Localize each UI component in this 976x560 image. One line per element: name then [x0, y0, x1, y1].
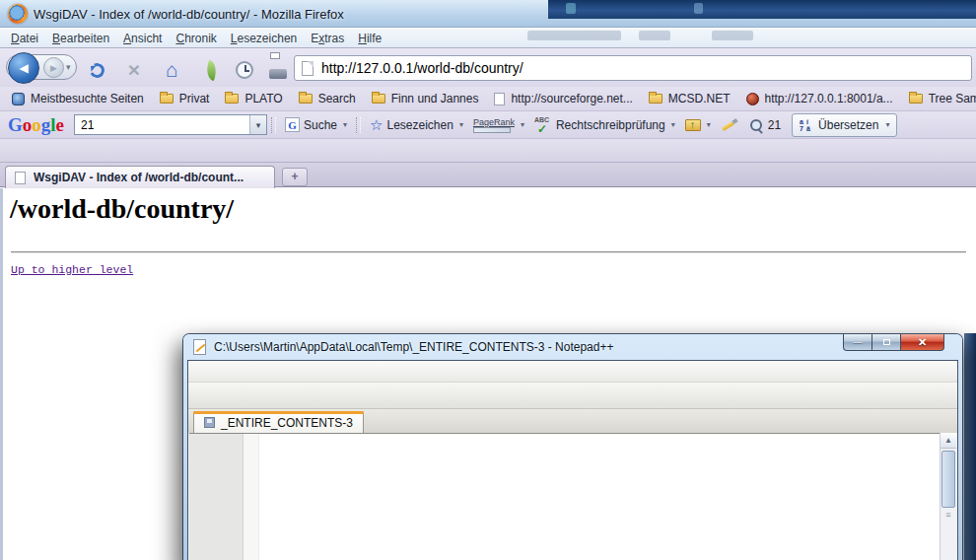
- google-lesezeichen-button[interactable]: ☆ Lesezeichen ▾: [365, 114, 468, 136]
- url-text: http://127.0.0.1/world-db/country/: [321, 60, 523, 76]
- bookmark-item[interactable]: Search: [292, 89, 363, 108]
- send-to-button[interactable]: ▾: [680, 114, 716, 136]
- magnifier-icon: [748, 117, 764, 133]
- translate-button[interactable]: aí7ä Übersetzen ▾: [792, 113, 897, 137]
- firefox-tabbar: WsgiDAV - Index of /world-db/count... +: [0, 162, 976, 187]
- bookmark-item[interactable]: Meistbesuchte Seiten: [5, 89, 151, 108]
- bookmark-item[interactable]: Privat: [153, 89, 217, 108]
- close-button[interactable]: ✕: [901, 334, 944, 351]
- dropdown-caret-icon: ▾: [671, 120, 675, 129]
- bookmark-label: http://127.0.0.1:8001/a...: [765, 92, 893, 105]
- background-window-ghost: [712, 31, 753, 40]
- background-window-fragment: [964, 333, 976, 560]
- dropdown-caret-icon: ▾: [521, 120, 524, 129]
- bookmark-item[interactable]: PLATO: [218, 89, 289, 108]
- bookmark-label: Search: [318, 92, 356, 105]
- background-window-ghost: [639, 31, 670, 40]
- bookmark-label: http://sourceforge.net...: [511, 92, 632, 105]
- notepad-app-icon: [193, 339, 206, 355]
- url-bar[interactable]: http://127.0.0.1/world-db/country/: [294, 55, 972, 81]
- notepad-menubar: [188, 361, 957, 383]
- tab-title: WsgiDAV - Index of /world-db/count...: [34, 171, 244, 184]
- back-button[interactable]: ◀: [8, 52, 39, 84]
- folder-icon: [299, 94, 313, 104]
- stop-button[interactable]: ×: [122, 58, 146, 82]
- menubar-item-extras[interactable]: Extras: [304, 32, 351, 45]
- browser-tab[interactable]: WsgiDAV - Index of /world-db/count...: [5, 166, 275, 188]
- notepad-client-area: _ENTIRE_CONTENTS-3 ▲ ≡: [187, 360, 958, 560]
- vertical-scrollbar[interactable]: ▲ ≡: [940, 433, 956, 560]
- background-window-ghost: [566, 3, 576, 14]
- google-toolbar: Google 21 ▾ G Suche ▾ ☆ Lesezeichen ▾ Pa…: [0, 110, 976, 138]
- menubar-item-datei[interactable]: Datei: [4, 32, 45, 45]
- bookmark-label: MCSD.NET: [668, 92, 731, 105]
- minimize-button[interactable]: —: [843, 334, 872, 351]
- pagerank-bar: [473, 127, 511, 133]
- print-button[interactable]: [266, 58, 290, 82]
- highlight-button[interactable]: [716, 114, 743, 136]
- scroll-up-icon[interactable]: ▲: [941, 433, 956, 449]
- find-count-badge: 21: [768, 118, 781, 132]
- menubar-item-chronik[interactable]: Chronik: [169, 32, 223, 45]
- reload-button[interactable]: [85, 58, 108, 82]
- tab-page-icon: [15, 172, 26, 184]
- bookmark-item[interactable]: Tree Samples: [902, 89, 976, 108]
- globe-red-icon: [746, 93, 759, 105]
- menubar-item-bearbeiten[interactable]: Bearbeiten: [45, 32, 116, 45]
- star-icon: ☆: [370, 116, 383, 134]
- translate-icon: aí7ä: [800, 118, 813, 132]
- bookmark-item[interactable]: MCSD.NET: [642, 89, 737, 108]
- folder-icon: [649, 94, 662, 104]
- spellcheck-icon: ABC✓: [534, 117, 552, 133]
- background-window-ghost: [527, 31, 621, 40]
- folder-icon: [160, 94, 174, 104]
- editor-area[interactable]: [189, 433, 940, 560]
- bookmark-item[interactable]: http://127.0.0.1:8001/a...: [739, 89, 900, 108]
- saved-file-icon: [204, 417, 215, 428]
- firefox-menubar: DateiBearbeitenAnsichtChronikLesezeichen…: [0, 29, 976, 47]
- google-logo: Google: [8, 114, 64, 136]
- forward-button[interactable]: ▶: [43, 57, 64, 78]
- sage-feed-icon[interactable]: [199, 58, 223, 82]
- scrollbar-thumb[interactable]: [941, 451, 955, 508]
- spellcheck-button[interactable]: ABC✓ Rechtschreibprüfung ▾: [529, 114, 680, 136]
- firefox-navigation-toolbar: ◀ ▶ ▾ × ⌂ http://127.0.0.1/world-db/coun…: [0, 47, 976, 87]
- home-button[interactable]: ⌂: [160, 58, 183, 82]
- window-title: WsgiDAV - Index of /world-db/country/ - …: [34, 7, 344, 22]
- divider: [11, 251, 966, 253]
- google-search-value: 21: [75, 118, 249, 132]
- google-g-icon: G: [285, 117, 300, 132]
- pagerank-widget[interactable]: PageRank ▾: [468, 114, 529, 136]
- dropdown-caret-icon: ▾: [885, 120, 889, 129]
- page-favicon: [302, 61, 314, 76]
- toolbar-grip: [356, 117, 361, 133]
- google-search-box[interactable]: 21 ▾: [74, 114, 267, 135]
- notepad-tabbar: _ENTIRE_CONTENTS-3: [188, 409, 957, 433]
- dropdown-caret-icon: ▾: [707, 120, 711, 129]
- highlighter-icon: [721, 117, 738, 133]
- scrollbar-marks: ≡: [941, 510, 956, 520]
- search-dropdown-icon[interactable]: ▾: [249, 115, 266, 134]
- folder-icon: [225, 94, 239, 104]
- bookmark-label: Meistbesuchte Seiten: [31, 92, 144, 105]
- google-suche-button[interactable]: G Suche ▾: [280, 114, 352, 136]
- window-controls: — ✕: [843, 334, 944, 351]
- dropdown-caret-icon: ▾: [459, 120, 463, 129]
- menubar-item-hilfe[interactable]: Hilfe: [351, 32, 388, 45]
- word-find-button[interactable]: 21: [743, 114, 786, 136]
- folder-icon: [372, 94, 385, 104]
- menubar-item-lesezeichen[interactable]: Lesezeichen: [224, 32, 304, 45]
- menubar-item-ansicht[interactable]: Ansicht: [116, 32, 169, 45]
- bookmark-item[interactable]: Finn und Jannes: [365, 89, 486, 108]
- screen: WsgiDAV - Index of /world-db/country/ - …: [0, 0, 976, 560]
- folder-up-icon: [685, 119, 701, 131]
- toolbar-grip: [271, 117, 276, 133]
- up-to-higher-level-link[interactable]: Up to higher level: [11, 263, 133, 276]
- history-dropdown-icon[interactable]: ▾: [66, 62, 71, 72]
- new-tab-button[interactable]: +: [282, 168, 308, 186]
- bookmark-item[interactable]: http://sourceforge.net...: [487, 89, 639, 108]
- maximize-button[interactable]: [872, 334, 901, 351]
- notepad-toolbar: [188, 383, 957, 409]
- history-clock-icon[interactable]: [233, 58, 256, 82]
- document-tab[interactable]: _ENTIRE_CONTENTS-3: [193, 411, 364, 433]
